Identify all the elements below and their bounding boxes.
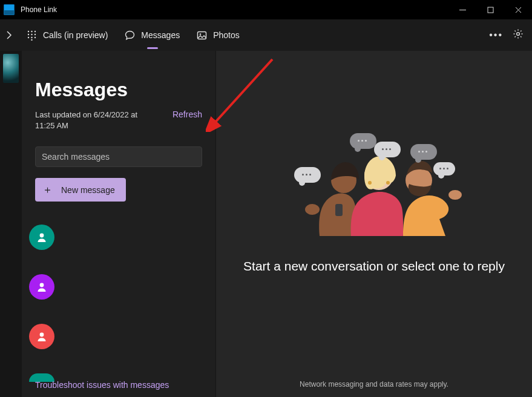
- nav-tab-label: Messages: [141, 30, 180, 40]
- conversation-item[interactable]: [29, 324, 54, 349]
- svg-point-24: [386, 181, 390, 185]
- device-strip: [0, 51, 22, 397]
- person-icon: [36, 281, 47, 292]
- search-input-wrapper[interactable]: [35, 146, 202, 167]
- settings-button[interactable]: [513, 28, 524, 42]
- maximize-button[interactable]: [476, 0, 504, 19]
- app-icon: [4, 4, 15, 15]
- expand-chevron-icon[interactable]: [0, 31, 18, 39]
- nav-tab-messages[interactable]: Messages: [121, 27, 183, 44]
- page-title: Messages: [35, 79, 202, 101]
- gear-icon: [513, 28, 524, 39]
- svg-point-15: [200, 33, 202, 35]
- titlebar: Phone Link: [0, 0, 532, 19]
- new-message-label: New message: [61, 185, 115, 195]
- svg-point-9: [34, 33, 36, 34]
- close-button[interactable]: [504, 0, 532, 19]
- svg-rect-14: [198, 31, 206, 39]
- plus-icon: ＋: [42, 183, 53, 197]
- new-message-button[interactable]: ＋ New message: [35, 178, 126, 202]
- svg-point-11: [31, 36, 32, 38]
- svg-point-18: [40, 283, 44, 287]
- svg-point-13: [31, 39, 32, 40]
- content-pane: Start a new conversation or select one t…: [216, 51, 532, 397]
- chat-icon: [125, 30, 135, 41]
- conversation-list: [29, 225, 202, 382]
- last-updated-text: Last updated on 6/24/2022 at 11:25 AM: [35, 110, 150, 131]
- svg-rect-22: [335, 204, 343, 216]
- conversation-illustration: [283, 128, 465, 237]
- svg-point-12: [34, 36, 36, 38]
- svg-point-10: [28, 36, 29, 38]
- dialpad-icon: [27, 30, 37, 41]
- svg-point-21: [305, 204, 320, 215]
- nav-tab-label: Photos: [213, 30, 240, 40]
- nav-tab-photos[interactable]: Photos: [193, 27, 243, 44]
- svg-point-4: [28, 30, 29, 31]
- device-thumbnail[interactable]: [3, 54, 19, 83]
- troubleshoot-link[interactable]: Troubleshoot issues with messages: [35, 380, 169, 390]
- person-icon: [36, 232, 47, 243]
- svg-rect-1: [488, 7, 493, 13]
- conversation-item[interactable]: [29, 225, 54, 250]
- svg-point-8: [31, 33, 32, 34]
- svg-point-27: [448, 190, 462, 200]
- svg-point-16: [517, 33, 520, 36]
- minimize-button[interactable]: [448, 0, 476, 19]
- search-input[interactable]: [42, 152, 195, 162]
- svg-point-6: [34, 30, 36, 31]
- disclaimer-text: Network messaging and data rates may app…: [300, 380, 448, 389]
- svg-point-17: [40, 234, 44, 238]
- nav-tab-calls[interactable]: Calls (in preview): [23, 27, 111, 44]
- nav-tab-label: Calls (in preview): [43, 30, 108, 40]
- photos-icon: [197, 30, 207, 41]
- more-options-button[interactable]: •••: [489, 30, 503, 41]
- svg-point-19: [40, 333, 44, 337]
- top-nav: Calls (in preview) Messages Photos •••: [0, 19, 532, 51]
- svg-point-7: [28, 33, 29, 34]
- app-title: Phone Link: [21, 5, 57, 14]
- refresh-link[interactable]: Refresh: [172, 110, 202, 119]
- person-icon: [36, 331, 47, 342]
- messages-sidebar: Messages Last updated on 6/24/2022 at 11…: [22, 51, 216, 397]
- svg-point-5: [31, 30, 32, 31]
- empty-state-prompt: Start a new conversation or select one t…: [243, 259, 505, 274]
- conversation-item[interactable]: [29, 274, 54, 300]
- svg-point-25: [368, 181, 372, 185]
